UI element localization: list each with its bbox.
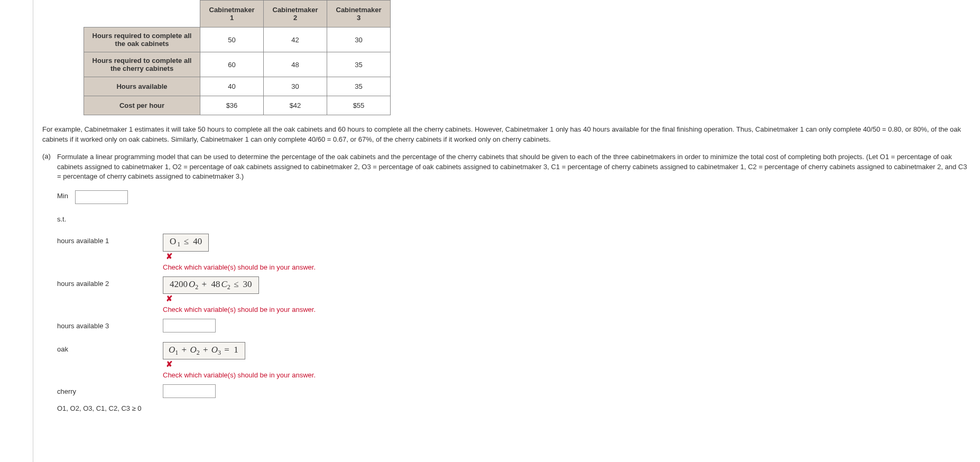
cell: 42 — [264, 27, 327, 52]
min-input[interactable] — [75, 190, 128, 204]
cell: 30 — [264, 77, 327, 96]
row-label: Hours available — [84, 77, 200, 96]
constraint-label-h3: hours available 3 — [57, 319, 163, 330]
cell: 40 — [200, 77, 264, 96]
wrong-icon: ✘ — [163, 294, 173, 303]
cell: 35 — [327, 77, 391, 96]
constraint-label-h1: hours available 1 — [57, 234, 163, 245]
constraint-input-h3[interactable] — [163, 319, 216, 332]
constraint-label-h2: hours available 2 — [57, 276, 163, 288]
constraint-answer-h2[interactable]: 4200O2 + 48C2 ≤ 30 — [163, 276, 259, 294]
wrong-icon: ✘ — [163, 359, 173, 369]
cell: 50 — [200, 27, 264, 52]
table-row: Hours available 40 30 35 — [84, 77, 391, 96]
constraint-input-cherry[interactable] — [163, 384, 216, 398]
cell: $42 — [264, 96, 327, 115]
st-label: s.t. — [57, 214, 163, 223]
col-header-2: Cabinetmaker 2 — [264, 1, 327, 27]
constraint-answer-h1[interactable]: O1 ≤ 40 — [163, 234, 209, 251]
min-label: Min — [57, 190, 75, 200]
wrong-icon: ✘ — [163, 252, 173, 261]
table-row: Hours required to complete all the oak c… — [84, 27, 391, 52]
cabinetmaker-table: Cabinetmaker 1 Cabinetmaker 2 Cabinetmak… — [84, 0, 391, 115]
feedback-h2: Check which variable(s) should be in you… — [163, 306, 969, 313]
cell: 60 — [200, 52, 264, 77]
cell: $55 — [327, 96, 391, 115]
table-row: Hours required to complete all the cherr… — [84, 52, 391, 77]
col-header-1: Cabinetmaker 1 — [200, 1, 264, 27]
constraint-answer-oak[interactable]: O1 + O2 + O3 = 1 — [163, 342, 245, 359]
feedback-h1: Check which variable(s) should be in you… — [163, 263, 969, 271]
question-text: Formulate a linear programming model tha… — [57, 152, 969, 182]
cell: 30 — [327, 27, 391, 52]
nonnegativity-constraint: O1, O2, O3, C1, C2, C3 ≥ 0 — [57, 404, 969, 412]
row-label: Cost per hour — [84, 96, 200, 115]
part-label: (a) — [42, 152, 57, 182]
cell: 35 — [327, 52, 391, 77]
constraint-label-oak: oak — [57, 342, 163, 353]
row-label: Hours required to complete all the oak c… — [84, 27, 200, 52]
cell: $36 — [200, 96, 264, 115]
example-paragraph: For example, Cabinetmaker 1 estimates it… — [42, 125, 969, 145]
feedback-oak: Check which variable(s) should be in you… — [163, 371, 969, 379]
page-left-divider — [33, 0, 33, 423]
table-row: Cost per hour $36 $42 $55 — [84, 96, 391, 115]
constraint-label-cherry: cherry — [57, 384, 163, 395]
col-header-3: Cabinetmaker 3 — [327, 1, 391, 27]
row-label: Hours required to complete all the cherr… — [84, 52, 200, 77]
cell: 48 — [264, 52, 327, 77]
